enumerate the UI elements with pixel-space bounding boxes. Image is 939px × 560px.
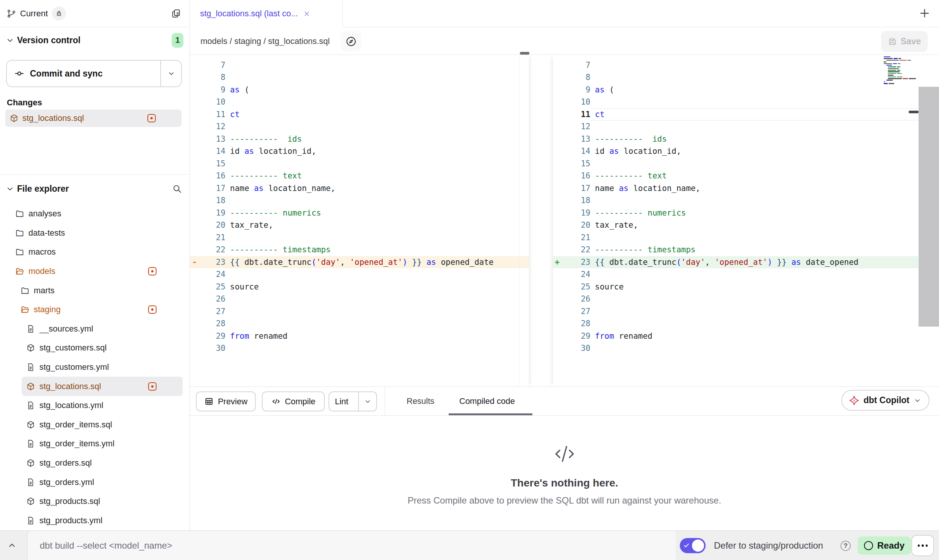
code-line-13[interactable]: 13---------- ids xyxy=(553,133,918,145)
code-line-30[interactable]: 30 xyxy=(553,342,918,355)
file-item-models[interactable]: models xyxy=(0,262,183,281)
code-line-6[interactable]: 6 xyxy=(190,55,529,59)
file-explorer-header[interactable]: File explorer xyxy=(6,180,182,197)
code-line-23[interactable]: -23{{ dbt.date_trunc('day', 'opened_at')… xyxy=(190,256,529,269)
code-line-30[interactable]: 30 xyxy=(190,342,529,355)
command-input[interactable]: dbt build --select <model_name> xyxy=(28,531,676,560)
code-line-25[interactable]: 25source xyxy=(553,281,918,293)
code-line-24[interactable]: 24 xyxy=(190,268,529,281)
code-line-12[interactable]: 12 xyxy=(190,120,529,133)
diff-marker: + xyxy=(553,256,566,269)
editor-minimap[interactable] xyxy=(884,55,909,84)
code-line-28[interactable]: 28 xyxy=(553,318,918,330)
code-line-15[interactable]: 15 xyxy=(190,158,529,170)
code-line-9[interactable]: 9as ( xyxy=(553,84,918,96)
left-pane-scrollbar-thumb[interactable] xyxy=(520,52,529,55)
code-line-17[interactable]: 17name as location_name, xyxy=(190,182,529,195)
code-line-7[interactable]: 7 xyxy=(553,59,918,72)
file-item-stg-customers-sql[interactable]: stg_customers.sql xyxy=(0,338,183,358)
code-line-18[interactable]: 18 xyxy=(190,194,529,207)
file-item--sources-yml[interactable]: __sources.yml xyxy=(0,319,183,339)
file-item-data-tests[interactable]: data-tests xyxy=(0,224,183,243)
diff-pane-original[interactable]: 6789as (1011ct1213---------- ids14id as … xyxy=(190,55,529,386)
tab-results[interactable]: Results xyxy=(407,387,434,415)
commit-and-sync-button[interactable]: Commit and sync xyxy=(6,60,182,87)
code-line-20[interactable]: 20tax_rate, xyxy=(553,219,918,232)
file-item-stg-locations-yml[interactable]: stg_locations.yml xyxy=(0,396,183,415)
code-line-15[interactable]: 15 xyxy=(553,158,918,170)
lint-button[interactable]: Lint xyxy=(329,391,377,411)
tab-compiled-code[interactable]: Compiled code xyxy=(459,387,515,415)
compass-icon[interactable] xyxy=(341,31,361,51)
code-line-17[interactable]: 17name as location_name, xyxy=(553,182,918,195)
code-line-27[interactable]: 27 xyxy=(553,305,918,318)
code-line-19[interactable]: 19---------- numerics xyxy=(553,207,918,219)
file-item-analyses[interactable]: analyses xyxy=(0,204,183,224)
code-line-20[interactable]: 20tax_rate, xyxy=(190,219,529,232)
chevron-up-icon[interactable] xyxy=(7,540,17,551)
code-line-8[interactable]: 8 xyxy=(553,71,918,84)
status-badge[interactable]: Ready xyxy=(858,537,911,555)
code-line-29[interactable]: 29from renamed xyxy=(190,330,529,343)
preview-button[interactable]: Preview xyxy=(196,391,256,411)
changed-file-row[interactable]: stg_locations.sql xyxy=(5,109,182,127)
code-line-10[interactable]: 10 xyxy=(190,96,529,108)
file-item-stg-orders-sql[interactable]: stg_orders.sql xyxy=(0,454,183,473)
code-line-23[interactable]: +23{{ dbt.date_trunc('day', 'opened_at')… xyxy=(553,256,918,269)
code-line-21[interactable]: 21 xyxy=(553,232,918,244)
code-line-6[interactable]: 6 xyxy=(553,55,918,59)
code-line-16[interactable]: 16---------- text xyxy=(553,170,918,182)
code-line-21[interactable]: 21 xyxy=(190,232,529,244)
code-line-26[interactable]: 26 xyxy=(190,293,529,305)
code-line-14[interactable]: 14id as location_id, xyxy=(190,145,529,158)
code-line-11[interactable]: 11ct xyxy=(553,108,918,121)
ellipsis-icon[interactable] xyxy=(911,535,934,556)
file-item-macros[interactable]: macros xyxy=(0,242,183,262)
compile-button[interactable]: Compile xyxy=(262,391,325,411)
close-icon[interactable] xyxy=(303,10,310,17)
code-line-22[interactable]: 22---------- timestamps xyxy=(190,244,529,256)
right-pane-scrollbar-thumb[interactable] xyxy=(909,111,919,113)
commit-options-button[interactable] xyxy=(160,61,181,86)
code-line-26[interactable]: 26 xyxy=(553,293,918,305)
code-line-18[interactable]: 18 xyxy=(553,194,918,207)
code-line-13[interactable]: 13---------- ids xyxy=(190,133,529,145)
code-line-19[interactable]: 19---------- numerics xyxy=(190,207,529,219)
code-line-9[interactable]: 9as ( xyxy=(190,84,529,96)
file-item-marts[interactable]: marts xyxy=(0,281,183,300)
code-line-10[interactable]: 10 xyxy=(553,96,918,108)
code-line-25[interactable]: 25source xyxy=(190,281,529,293)
code-line-29[interactable]: 29from renamed xyxy=(553,330,918,343)
dbt-copilot-button[interactable]: dbt Copilot xyxy=(841,390,930,411)
tab-stg-locations-sql[interactable]: stg_locations.sql (last co... xyxy=(190,0,343,27)
lint-options-button[interactable] xyxy=(358,392,376,411)
file-item-stg-products-sql[interactable]: stg_products.sql xyxy=(0,492,183,511)
file-item-stg-products-yml[interactable]: stg_products.yml xyxy=(0,511,183,530)
code-line-24[interactable]: 24 xyxy=(553,268,918,281)
code-line-16[interactable]: 16---------- text xyxy=(190,170,529,182)
search-icon[interactable] xyxy=(172,184,182,194)
save-button[interactable]: Save xyxy=(881,31,928,52)
plus-icon[interactable] xyxy=(919,7,931,19)
code-line-14[interactable]: 14id as location_id, xyxy=(553,145,918,158)
code-line-11[interactable]: 11ct xyxy=(190,108,529,121)
help-icon[interactable]: ? xyxy=(840,541,851,551)
code-line-28[interactable]: 28 xyxy=(190,318,529,330)
code-line-7[interactable]: 7 xyxy=(190,59,529,72)
diff-pane-modified[interactable]: 6789as (1011ct1213---------- ids14id as … xyxy=(553,55,918,386)
version-control-header[interactable]: Version control 1 xyxy=(6,32,183,48)
copy-icon[interactable] xyxy=(171,8,181,19)
file-item-stg-locations-sql[interactable]: stg_locations.sql xyxy=(22,377,183,396)
code-line-8[interactable]: 8 xyxy=(190,71,529,84)
vertical-scrollbar-thumb[interactable] xyxy=(919,87,939,327)
code-text: ---------- timestamps xyxy=(225,244,331,256)
file-item-stg-order-items-yml[interactable]: stg_order_items.yml xyxy=(0,434,183,454)
file-item-stg-orders-yml[interactable]: stg_orders.yml xyxy=(0,472,183,492)
file-item-staging[interactable]: staging xyxy=(0,300,183,319)
file-item-stg-order-items-sql[interactable]: stg_order_items.sql xyxy=(0,415,183,435)
defer-toggle[interactable] xyxy=(680,538,706,553)
code-line-12[interactable]: 12 xyxy=(553,120,918,133)
file-item-stg-customers-yml[interactable]: stg_customers.yml xyxy=(0,358,183,377)
code-line-27[interactable]: 27 xyxy=(190,305,529,318)
code-line-22[interactable]: 22---------- timestamps xyxy=(553,244,918,256)
